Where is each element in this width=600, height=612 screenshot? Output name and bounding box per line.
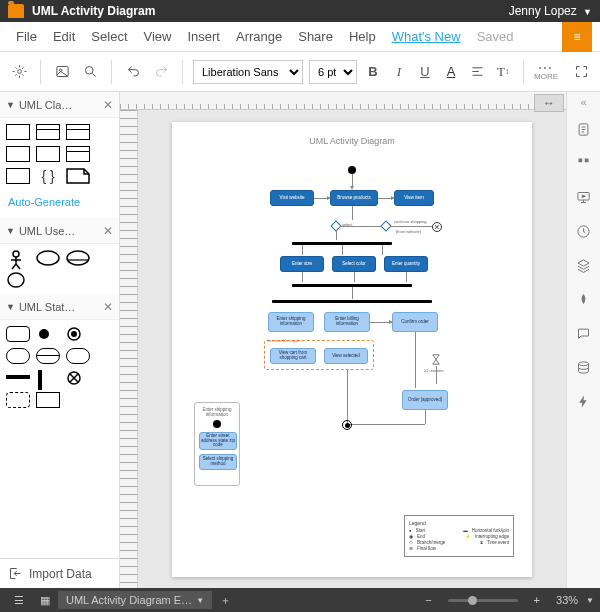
time-event[interactable]	[432, 354, 440, 365]
search-button[interactable]	[79, 61, 101, 83]
shape-rect[interactable]	[66, 124, 90, 140]
activity-enter-billing[interactable]: Enter billing information	[324, 312, 370, 332]
notes-panel-button[interactable]	[567, 112, 601, 146]
shape-vbar[interactable]	[36, 370, 60, 386]
start-node[interactable]	[348, 166, 356, 174]
activity-select-color[interactable]: Select color	[332, 256, 376, 272]
menu-view[interactable]: View	[136, 29, 180, 44]
activity-view-item[interactable]: View item	[394, 190, 434, 206]
detail-box[interactable]: Enter shipping information Enter street …	[194, 402, 240, 486]
shape-capsule[interactable]	[6, 348, 30, 364]
menu-help[interactable]: Help	[341, 29, 384, 44]
shape-ellipse[interactable]	[36, 250, 60, 266]
zoom-slider[interactable]	[448, 599, 518, 602]
hamburger-button[interactable]: ≡	[562, 22, 592, 52]
menu-select[interactable]: Select	[83, 29, 135, 44]
shape-ellipse[interactable]	[66, 250, 90, 266]
actions-button[interactable]	[567, 384, 601, 418]
collapse-right-panel[interactable]: «	[567, 92, 601, 112]
grid-view-button[interactable]: ▦	[32, 594, 58, 607]
shape-rect[interactable]	[6, 124, 30, 140]
shape-hbar[interactable]	[6, 370, 30, 386]
activity-enter-size[interactable]: Enter size	[280, 256, 324, 272]
panel-uml-class[interactable]: ▼ UML Cla… ✕	[0, 92, 119, 118]
activity-view-cart[interactable]: View cart from shopping cart	[270, 348, 316, 364]
document-tab[interactable]: UML Activity Diagram E… ▼	[58, 591, 212, 609]
text-style-button[interactable]: T↕	[493, 61, 513, 83]
more-options-button[interactable]: ••• MORE	[534, 63, 558, 81]
shape-ellipse[interactable]	[6, 272, 30, 288]
list-view-button[interactable]: ☰	[6, 594, 32, 607]
shape-roundrect[interactable]	[6, 326, 30, 342]
zoom-in-button[interactable]: +	[526, 594, 548, 606]
image-button[interactable]	[51, 61, 73, 83]
zoom-level[interactable]: 33%	[556, 594, 578, 606]
canvas[interactable]: UML Activity Diagram Visit website Brows…	[138, 110, 566, 588]
shape-rect[interactable]	[6, 168, 30, 184]
menu-insert[interactable]: Insert	[179, 29, 228, 44]
layers-button[interactable]	[567, 248, 601, 282]
close-panel-icon[interactable]: ✕	[103, 300, 113, 314]
font-name-select[interactable]: Liberation Sans	[193, 60, 303, 84]
shape-rect[interactable]	[6, 146, 30, 162]
shape-end[interactable]	[66, 326, 90, 342]
shape-rect[interactable]	[36, 392, 60, 408]
user-menu[interactable]: Jenny Lopez ▼	[509, 4, 592, 18]
menu-edit[interactable]: Edit	[45, 29, 83, 44]
theme-button[interactable]	[567, 282, 601, 316]
undo-button[interactable]	[122, 61, 144, 83]
shape-note[interactable]	[66, 168, 90, 184]
activity-enter-shipping[interactable]: Enter shipping information	[268, 312, 314, 332]
shape-rect[interactable]	[66, 146, 90, 162]
close-panel-icon[interactable]: ✕	[103, 98, 113, 112]
import-data-button[interactable]: Import Data	[0, 558, 119, 588]
present-button[interactable]	[567, 180, 601, 214]
fork-bar[interactable]	[272, 300, 432, 303]
shape-rect[interactable]	[36, 124, 60, 140]
text-color-button[interactable]: A	[441, 61, 461, 83]
close-panel-icon[interactable]: ✕	[103, 224, 113, 238]
activity-view-selected[interactable]: View selected	[324, 348, 368, 364]
menu-arrange[interactable]: Arrange	[228, 29, 290, 44]
zoom-thumb[interactable]	[468, 596, 477, 605]
activity-browse[interactable]: Browse products	[330, 190, 378, 206]
final-node[interactable]	[342, 420, 352, 430]
data-button[interactable]	[567, 350, 601, 384]
fullscreen-button[interactable]	[570, 61, 592, 83]
shape-braces[interactable]: { }	[36, 168, 60, 184]
activity-order-approved[interactable]: Order [approved]	[402, 390, 448, 410]
shape-flowfinal[interactable]	[66, 370, 90, 386]
activity-enter-address[interactable]: Enter street address state zip code	[199, 432, 237, 450]
bold-button[interactable]: B	[363, 61, 383, 83]
activity-enter-qty[interactable]: Enter quantity	[384, 256, 428, 272]
menu-share[interactable]: Share	[290, 29, 341, 44]
settings-gear-button[interactable]	[8, 61, 30, 83]
flow-final-node[interactable]	[432, 222, 442, 232]
font-size-select[interactable]: 6 pt	[309, 60, 357, 84]
shape-filled-dot[interactable]	[36, 326, 60, 342]
activity-select-shipping[interactable]: Select shipping method	[199, 454, 237, 470]
zoom-out-button[interactable]: −	[417, 594, 439, 606]
shape-dashed[interactable]	[6, 392, 30, 408]
history-button[interactable]	[567, 214, 601, 248]
shape-capsule[interactable]	[66, 348, 90, 364]
document-title[interactable]: UML Activity Diagram	[32, 4, 155, 18]
activity-confirm-order[interactable]: Confirm order	[392, 312, 438, 332]
menu-file[interactable]: File	[8, 29, 45, 44]
comments-panel-button[interactable]	[567, 146, 601, 180]
menu-whats-new[interactable]: What's New	[384, 29, 469, 44]
chat-button[interactable]	[567, 316, 601, 350]
shape-actor[interactable]	[6, 250, 30, 266]
underline-button[interactable]: U	[415, 61, 435, 83]
add-tab-button[interactable]: ＋	[212, 593, 239, 608]
redo-button[interactable]	[150, 61, 172, 83]
align-button[interactable]	[467, 61, 487, 83]
italic-button[interactable]: I	[389, 61, 409, 83]
shape-rect[interactable]	[36, 146, 60, 162]
panel-uml-usecase[interactable]: ▼ UML Use… ✕	[0, 218, 119, 244]
panel-uml-state[interactable]: ▼ UML Stat… ✕	[0, 294, 119, 320]
page[interactable]: UML Activity Diagram Visit website Brows…	[172, 122, 532, 577]
shape-capsule-split[interactable]	[36, 348, 60, 364]
auto-generate-link[interactable]: Auto-Generate	[0, 190, 119, 218]
activity-visit-website[interactable]: Visit website	[270, 190, 314, 206]
